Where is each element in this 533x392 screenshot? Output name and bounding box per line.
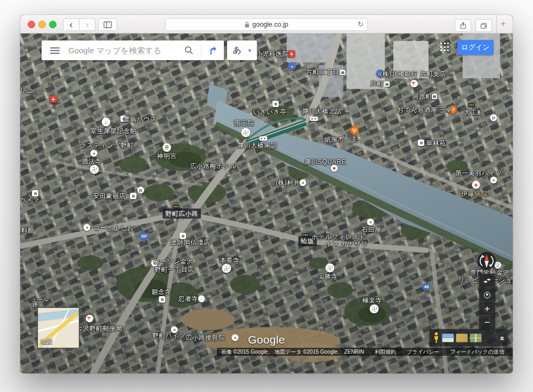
map-label[interactable]: (株)北國銀行 片町支店	[380, 70, 446, 79]
map-label[interactable]: 徳法寺	[82, 157, 101, 166]
map-label[interactable]: ラスティング野町	[80, 141, 134, 150]
medical-icon[interactable]: +	[50, 96, 57, 103]
manji-icon[interactable]: 卍	[90, 165, 99, 174]
apps-grid-icon[interactable]	[440, 43, 449, 52]
map-label[interactable]: 野町広小路	[163, 209, 201, 219]
map-label[interactable]: 安田象嵌店	[93, 192, 126, 201]
chevron-down-icon[interactable]: ▼	[247, 48, 257, 53]
map-label[interactable]: 塗師岡仏壇店	[171, 238, 210, 247]
map-label[interactable]: 料館	[21, 226, 35, 235]
busmini-icon[interactable]	[432, 94, 437, 99]
map-label[interactable]: 伊藤病院	[461, 190, 488, 199]
map-label[interactable]: 雨宝院	[234, 119, 254, 128]
map-label[interactable]: 犀川SQUARE	[304, 158, 346, 167]
busstop-icon[interactable]	[310, 117, 318, 121]
map-label[interactable]: 金沢野町郵便局	[76, 324, 123, 333]
search-box[interactable]	[42, 40, 224, 60]
busmini-icon[interactable]	[384, 81, 390, 87]
map-label[interactable]: イン カナザワ	[325, 240, 368, 249]
manji-icon[interactable]: 卍	[241, 128, 251, 137]
post-icon[interactable]: 〒	[86, 315, 93, 322]
map-label[interactable]: 第一美羽ハイツ	[455, 169, 502, 178]
map-label[interactable]: 犀川大橋北詰	[302, 107, 342, 116]
pegman-icon[interactable]	[433, 332, 440, 344]
map-label[interactable]: 願念寺	[151, 288, 171, 297]
signal-icon[interactable]	[468, 103, 475, 107]
map-label[interactable]: 宝勝寺	[318, 272, 337, 281]
reload-icon[interactable]: ↻	[358, 20, 364, 28]
imagery-thumbnail-map[interactable]	[470, 334, 481, 342]
sq-icon[interactable]	[130, 193, 136, 199]
login-button[interactable]: ログイン	[457, 40, 494, 55]
dot-icon[interactable]	[91, 150, 98, 157]
my-location-button[interactable]	[479, 288, 495, 301]
search-input[interactable]	[67, 45, 184, 55]
sq-icon[interactable]	[159, 296, 165, 303]
map-label[interactable]: 片町二丁目	[306, 68, 339, 77]
map-label[interactable]: 広小路接骨院	[185, 333, 225, 342]
busmini-icon[interactable]	[340, 70, 345, 75]
dot-icon[interactable]	[84, 224, 91, 231]
map-label[interactable]: 華林苑	[426, 139, 446, 148]
tilt-button[interactable]	[479, 274, 495, 288]
map-label[interactable]: いきいき亭	[253, 108, 286, 117]
map-label[interactable]: 極楽寺	[362, 296, 382, 305]
feedback-link[interactable]: フィードバックの送信	[450, 348, 504, 356]
map-label[interactable]: (株)村井	[276, 178, 300, 187]
sq-icon[interactable]	[418, 140, 424, 146]
map-label[interactable]: 大工町	[464, 108, 483, 117]
terms-link[interactable]: 利用規約	[375, 348, 396, 356]
map-label[interactable]: 野町ハイツ	[152, 331, 186, 340]
close-window-button[interactable]	[28, 21, 35, 28]
zoom-in-button[interactable]: +	[479, 301, 495, 315]
map-label[interactable]: 室生犀星記念館	[91, 127, 137, 136]
map-label[interactable]: 片町	[370, 79, 384, 88]
signal-icon[interactable]	[173, 205, 180, 209]
map-canvas[interactable]: ++●¥〒ΨP卍Ψ✚⌂开卍B157卍卍∴卍45〒文リニック田小児科医院片町二丁目…	[20, 33, 513, 373]
sq-icon[interactable]	[272, 101, 279, 107]
map-label[interactable]: 犀川大橋南詰	[238, 141, 277, 150]
manji-icon[interactable]: 卍	[326, 264, 335, 273]
input-method-button[interactable]: あ ▼	[227, 40, 257, 60]
map-label[interactable]: リニック	[20, 86, 46, 95]
privacy-link[interactable]: プライバシー	[407, 348, 439, 356]
map-label[interactable]: 本長寺	[220, 256, 239, 265]
circleb-icon[interactable]: B	[138, 187, 144, 194]
minimize-window-button[interactable]	[38, 21, 46, 28]
imagery-thumbnail-photo[interactable]	[442, 334, 454, 342]
museum-icon[interactable]: ⌂	[102, 118, 110, 126]
forward-button[interactable]: ›	[79, 18, 95, 31]
manji-icon[interactable]: 卍	[222, 264, 231, 273]
lodging-icon[interactable]: ●	[288, 62, 296, 70]
manji-icon[interactable]: 卍	[370, 305, 379, 314]
new-tab-button[interactable]: +	[496, 15, 510, 33]
map-label[interactable]: おでん居酒屋 三幸	[397, 105, 453, 115]
search-icon[interactable]	[184, 46, 193, 55]
menu-icon[interactable]	[50, 47, 60, 54]
minimap-toggle[interactable]: 地図	[37, 307, 79, 348]
torii-icon[interactable]: 开	[163, 143, 171, 152]
map-label[interactable]: コーポよしお	[93, 224, 134, 233]
back-button[interactable]: ‹	[63, 18, 79, 31]
imagery-thumbnail-terrain[interactable]	[456, 334, 467, 342]
dot-icon[interactable]	[300, 179, 306, 186]
compass-control[interactable]	[475, 249, 498, 273]
shield-icon[interactable]: ✚	[472, 181, 480, 189]
map-label[interactable]: カメラ	[20, 195, 39, 205]
zoom-out-button[interactable]: −	[479, 315, 495, 329]
parking-icon[interactable]: P	[490, 115, 497, 121]
map-label[interactable]: 河原町	[412, 92, 432, 101]
sidebar-button[interactable]	[98, 18, 117, 31]
expand-imagery-icon[interactable]: «	[498, 336, 507, 339]
zoom-window-button[interactable]	[49, 21, 56, 28]
map-label[interactable]: 神明宮	[157, 152, 176, 161]
map-label[interactable]: 野町一丁目店	[155, 265, 194, 274]
map-label[interactable]: 紙屋市べゑ	[325, 135, 358, 144]
dot-icon[interactable]	[232, 334, 239, 341]
map-label[interactable]: 広小路梅ホテル	[190, 162, 237, 171]
map-label[interactable]: 鹿島ハウス	[124, 115, 157, 124]
address-bar[interactable]: google.co.jp ↻	[165, 18, 368, 31]
busstop-icon[interactable]	[260, 136, 268, 141]
dots4-icon[interactable]: ∴	[198, 296, 205, 303]
restaurant-icon[interactable]: Ψ	[350, 126, 359, 135]
